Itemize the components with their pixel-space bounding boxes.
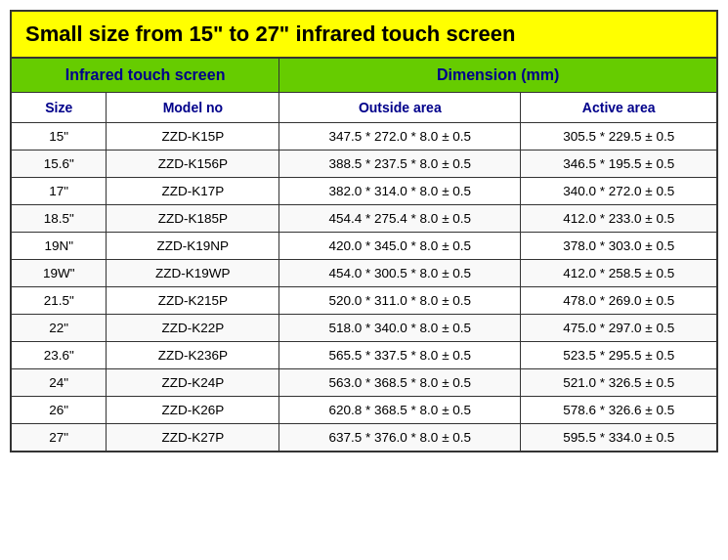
cell-size-11: 27" [11,424,107,452]
table-body: 15"ZZD-K15P347.5 * 272.0 * 8.0 ± 0.5305.… [11,123,717,452]
cell-model-4: ZZD-K19NP [107,233,279,260]
table-header-row-2: Size Model no Outside area Active area [11,93,717,123]
table-row: 27"ZZD-K27P637.5 * 376.0 * 8.0 ± 0.5595.… [11,424,717,452]
table-row: 18.5"ZZD-K185P454.4 * 275.4 * 8.0 ± 0.54… [11,205,717,233]
subheader-active: Active area [521,93,717,123]
cell-model-1: ZZD-K156P [107,151,279,178]
cell-outside-4: 420.0 * 345.0 * 8.0 ± 0.5 [279,233,521,260]
cell-outside-9: 563.0 * 368.5 * 8.0 ± 0.5 [279,369,521,397]
cell-model-0: ZZD-K15P [107,123,279,151]
table-row: 21.5"ZZD-K215P520.0 * 311.0 * 8.0 ± 0.54… [11,287,717,315]
cell-size-6: 21.5" [11,287,107,315]
subheader-size: Size [11,93,107,123]
cell-size-10: 26" [11,397,107,424]
cell-outside-3: 454.4 * 275.4 * 8.0 ± 0.5 [279,205,521,233]
cell-active-6: 478.0 * 269.0 ± 0.5 [521,287,717,315]
cell-model-3: ZZD-K185P [107,205,279,233]
cell-active-8: 523.5 * 295.5 ± 0.5 [521,342,717,369]
cell-outside-7: 518.0 * 340.0 * 8.0 ± 0.5 [279,315,521,342]
table-row: 23.6"ZZD-K236P565.5 * 337.5 * 8.0 ± 0.55… [11,342,717,369]
cell-size-9: 24" [11,369,107,397]
cell-size-0: 15" [11,123,107,151]
table-row: 15"ZZD-K15P347.5 * 272.0 * 8.0 ± 0.5305.… [11,123,717,151]
cell-size-8: 23.6" [11,342,107,369]
table-header-row-1: Infrared touch screen Dimension (mm) [11,58,717,93]
cell-outside-0: 347.5 * 272.0 * 8.0 ± 0.5 [279,123,521,151]
cell-model-5: ZZD-K19WP [107,260,279,287]
cell-size-1: 15.6" [11,151,107,178]
cell-outside-11: 637.5 * 376.0 * 8.0 ± 0.5 [279,424,521,452]
cell-model-11: ZZD-K27P [107,424,279,452]
cell-model-2: ZZD-K17P [107,178,279,205]
cell-active-0: 305.5 * 229.5 ± 0.5 [521,123,717,151]
cell-active-11: 595.5 * 334.0 ± 0.5 [521,424,717,452]
table-row: 17"ZZD-K17P382.0 * 314.0 * 8.0 ± 0.5340.… [11,178,717,205]
page-wrapper: Small size from 15" to 27" infrared touc… [0,0,728,462]
data-table: Infrared touch screen Dimension (mm) Siz… [10,57,718,452]
cell-model-9: ZZD-K24P [107,369,279,397]
cell-outside-2: 382.0 * 314.0 * 8.0 ± 0.5 [279,178,521,205]
cell-active-5: 412.0 * 258.5 ± 0.5 [521,260,717,287]
table-row: 22"ZZD-K22P518.0 * 340.0 * 8.0 ± 0.5475.… [11,315,717,342]
table-row: 15.6"ZZD-K156P388.5 * 237.5 * 8.0 ± 0.53… [11,151,717,178]
cell-active-9: 521.0 * 326.5 ± 0.5 [521,369,717,397]
cell-size-4: 19N" [11,233,107,260]
subheader-outside: Outside area [279,93,521,123]
cell-active-4: 378.0 * 303.0 ± 0.5 [521,233,717,260]
main-title: Small size from 15" to 27" infrared touc… [10,10,718,57]
cell-model-6: ZZD-K215P [107,287,279,315]
cell-size-3: 18.5" [11,205,107,233]
cell-size-5: 19W" [11,260,107,287]
cell-size-2: 17" [11,178,107,205]
cell-outside-8: 565.5 * 337.5 * 8.0 ± 0.5 [279,342,521,369]
subheader-model: Model no [107,93,279,123]
table-row: 26"ZZD-K26P620.8 * 368.5 * 8.0 ± 0.5578.… [11,397,717,424]
cell-model-10: ZZD-K26P [107,397,279,424]
cell-outside-10: 620.8 * 368.5 * 8.0 ± 0.5 [279,397,521,424]
cell-size-7: 22" [11,315,107,342]
cell-active-3: 412.0 * 233.0 ± 0.5 [521,205,717,233]
table-row: 19N"ZZD-K19NP420.0 * 345.0 * 8.0 ± 0.537… [11,233,717,260]
cell-active-1: 346.5 * 195.5 ± 0.5 [521,151,717,178]
cell-outside-5: 454.0 * 300.5 * 8.0 ± 0.5 [279,260,521,287]
table-row: 19W"ZZD-K19WP454.0 * 300.5 * 8.0 ± 0.541… [11,260,717,287]
table-row: 24"ZZD-K24P563.0 * 368.5 * 8.0 ± 0.5521.… [11,369,717,397]
header-col-touch-screen: Infrared touch screen [11,58,279,93]
cell-active-2: 340.0 * 272.0 ± 0.5 [521,178,717,205]
cell-model-8: ZZD-K236P [107,342,279,369]
cell-active-7: 475.0 * 297.0 ± 0.5 [521,315,717,342]
cell-outside-1: 388.5 * 237.5 * 8.0 ± 0.5 [279,151,521,178]
cell-outside-6: 520.0 * 311.0 * 8.0 ± 0.5 [279,287,521,315]
cell-active-10: 578.6 * 326.6 ± 0.5 [521,397,717,424]
cell-model-7: ZZD-K22P [107,315,279,342]
header-col-dimension: Dimension (mm) [279,58,717,93]
